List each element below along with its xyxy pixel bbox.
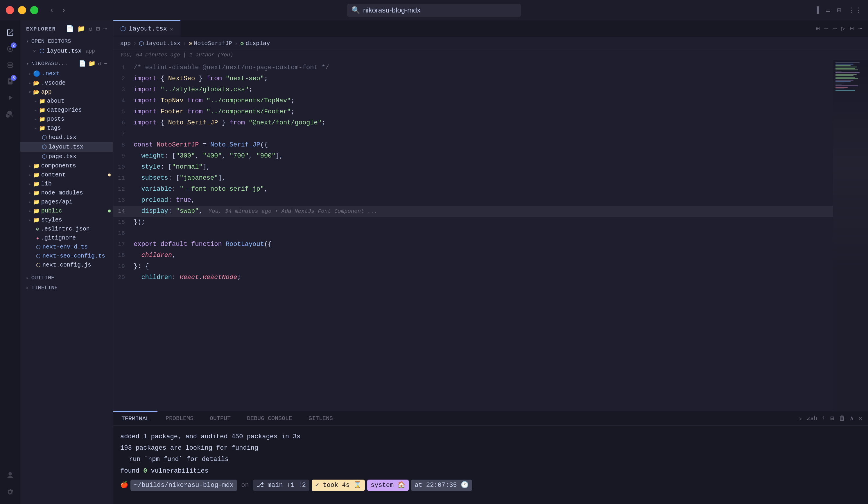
maximize-panel-icon[interactable]: ∧: [850, 414, 854, 422]
terminal-content[interactable]: added 1 package, and audited 450 package…: [113, 426, 868, 504]
tree-item-label: page.tsx: [49, 153, 76, 160]
split-editor-icon[interactable]: ⊞: [816, 25, 820, 32]
chevron-down-icon: ▾: [26, 61, 29, 67]
code-line-1: 1 /* eslint-disable @next/next/no-page-c…: [113, 62, 833, 73]
tree-item-layout-tsx[interactable]: ⬡ layout.tsx: [20, 142, 113, 152]
tree-item-categories[interactable]: ▸ 📁 categories: [20, 105, 113, 114]
close-editor-icon[interactable]: ✕: [33, 48, 36, 54]
breadcrumb-symbol2[interactable]: ⚙ display: [240, 40, 270, 47]
prompt-took: ✓ took 4s ⌛: [312, 480, 365, 491]
tree-item-eslintrc[interactable]: ⊙ .eslintrc.json: [20, 224, 113, 233]
chevron-right-icon: ▸: [29, 172, 31, 178]
close-button[interactable]: [6, 6, 14, 14]
minimize-button[interactable]: [18, 6, 26, 14]
refresh-tree-icon[interactable]: ↺: [98, 60, 101, 67]
trash-terminal-icon[interactable]: 🗑: [839, 414, 845, 422]
panel-tab-debug[interactable]: DEBUG CONSOLE: [239, 411, 300, 425]
more-tree-icon[interactable]: ⋯: [104, 60, 107, 67]
tsx-file-icon: ⬡: [42, 143, 47, 151]
back-arrow[interactable]: ‹: [47, 4, 56, 16]
tree-item-next-env[interactable]: ⬡ next-env.d.ts: [20, 242, 113, 251]
chevron-right-icon: ▸: [26, 285, 29, 291]
split-view-icon[interactable]: ⊟: [850, 25, 854, 32]
titlebar-right: ▐ ▭ ⊟ ⋮⋮: [815, 6, 862, 14]
new-file-icon[interactable]: 📄: [66, 25, 74, 33]
collapse-all-icon[interactable]: ⊟: [96, 25, 100, 33]
tree-item-label: content: [41, 171, 66, 178]
tree-item-next[interactable]: ▸ 🔵 .next: [20, 69, 113, 79]
editor-area: ⬡ layout.tsx ✕ ⊞ ← → ▷ ⊟ ⋯ app › ⬡ layou…: [113, 20, 868, 504]
timeline-header[interactable]: ▸ TIMELINE: [20, 283, 113, 293]
sidebar-item-search[interactable]: [3, 107, 18, 121]
view-back-icon[interactable]: ←: [824, 25, 828, 32]
close-panel-icon[interactable]: ✕: [858, 414, 862, 422]
tree-item-components[interactable]: ▸ 📁 components: [20, 161, 113, 170]
code-container: 1 /* eslint-disable @next/next/no-page-c…: [113, 60, 868, 411]
breadcrumb-symbol1[interactable]: ⊙ NotoSerifJP: [188, 40, 232, 47]
tree-item-page-tsx[interactable]: ⬡ page.tsx: [20, 152, 113, 161]
code-editor[interactable]: 1 /* eslint-disable @next/next/no-page-c…: [113, 60, 833, 411]
tree-item-tags[interactable]: ▸ 📁 tags: [20, 123, 113, 132]
tree-item-head-tsx[interactable]: ⬡ head.tsx: [20, 132, 113, 142]
tree-item-gitignore[interactable]: ⬥ .gitignore: [20, 233, 113, 242]
tree-item-next-config[interactable]: ⬡ next.config.js: [20, 260, 113, 270]
new-folder-tree-icon[interactable]: 📁: [88, 60, 95, 67]
panel-tab-terminal[interactable]: TERMINAL: [113, 411, 157, 425]
tree-item-vscode[interactable]: ▸ 📂 .vscode: [20, 79, 113, 88]
view-forward-icon[interactable]: →: [833, 25, 837, 32]
refresh-icon[interactable]: ↺: [89, 25, 92, 33]
project-header[interactable]: ▾ NIKORASU... 📄 📁 ↺ ⋯: [20, 58, 113, 69]
split-editor-icon[interactable]: ⊟: [837, 6, 841, 14]
sidebar-item-account[interactable]: [3, 468, 18, 483]
sidebar-item-extensions[interactable]: 3: [3, 74, 18, 89]
open-editors-header[interactable]: ▾ OPEN EDITORS: [20, 36, 113, 46]
sidebar-item-run[interactable]: [3, 90, 18, 105]
tree-item-posts[interactable]: ▸ 📁 posts: [20, 114, 113, 123]
new-folder-icon[interactable]: 📁: [77, 25, 85, 33]
sidebar-item-remote[interactable]: [3, 58, 18, 73]
breadcrumb-file[interactable]: ⬡ layout.tsx: [139, 40, 180, 47]
tree-item-lib[interactable]: ▸ 📁 lib: [20, 179, 113, 188]
more-tab-actions-icon[interactable]: ⋯: [858, 25, 862, 32]
tree-item-label: layout.tsx: [49, 144, 83, 150]
tab-close-icon[interactable]: ✕: [170, 26, 173, 32]
open-editor-layout[interactable]: ✕ ⬡ layout.tsx app: [20, 46, 113, 56]
tree-item-pages-api[interactable]: ▸ 📁 pages/api: [20, 197, 113, 206]
more-options-icon[interactable]: ⋯: [103, 25, 107, 33]
tree-item-label: components: [41, 162, 76, 169]
breadcrumb-app[interactable]: app: [120, 40, 131, 47]
maximize-button[interactable]: [30, 6, 38, 14]
outline-header[interactable]: ▸ OUTLINE: [20, 273, 113, 283]
tree-item-content[interactable]: ▸ 📁 content: [20, 170, 113, 179]
code-line-18: 18 children,: [113, 250, 833, 261]
code-line-7: 7: [113, 129, 833, 140]
sidebar-item-explorer[interactable]: [3, 25, 18, 40]
panel-tab-problems[interactable]: PROBLEMS: [157, 411, 202, 425]
panel-tab-output[interactable]: OUTPUT: [202, 411, 239, 425]
tree-item-app[interactable]: ▾ 📂 app: [20, 88, 113, 97]
more-actions-icon[interactable]: ⋮⋮: [848, 6, 862, 14]
sidebar-item-settings[interactable]: [3, 484, 18, 500]
tab-layout-tsx[interactable]: ⬡ layout.tsx ✕: [113, 20, 180, 37]
chevron-right-icon: ▸: [29, 217, 31, 223]
split-terminal-icon[interactable]: ⊟: [830, 414, 834, 422]
tree-item-node-modules[interactable]: ▸ 📁 node_modules: [20, 188, 113, 197]
add-terminal-icon[interactable]: +: [822, 415, 826, 422]
editor-layout-icon[interactable]: ▭: [826, 6, 830, 14]
code-line-6: 6 import { Noto_Serif_JP } from "@next/f…: [113, 118, 833, 129]
new-file-tree-icon[interactable]: 📄: [79, 60, 86, 67]
bottom-panel: TERMINAL PROBLEMS OUTPUT DEBUG CONSOLE G…: [113, 411, 868, 504]
breadcrumb: app › ⬡ layout.tsx › ⊙ NotoSerifJP › ⚙ d…: [113, 37, 868, 50]
tree-item-about[interactable]: ▸ 📁 about: [20, 97, 113, 105]
search-input[interactable]: [363, 6, 517, 14]
tree-item-next-seo[interactable]: ⬡ next-seo.config.ts: [20, 251, 113, 260]
sidebar-item-git[interactable]: 2: [3, 41, 18, 57]
new-terminal-icon[interactable]: ▷: [799, 415, 802, 422]
tree-item-public[interactable]: ▸ 📁 public: [20, 206, 113, 215]
search-bar[interactable]: 🔍: [347, 4, 521, 17]
run-file-icon[interactable]: ▷: [841, 25, 845, 32]
sidebar-toggle-icon[interactable]: ▐: [815, 7, 819, 14]
panel-tab-gitlens[interactable]: GITLENS: [300, 411, 341, 425]
tree-item-styles[interactable]: ▸ 📁 styles: [20, 215, 113, 224]
forward-arrow[interactable]: ›: [59, 4, 69, 16]
